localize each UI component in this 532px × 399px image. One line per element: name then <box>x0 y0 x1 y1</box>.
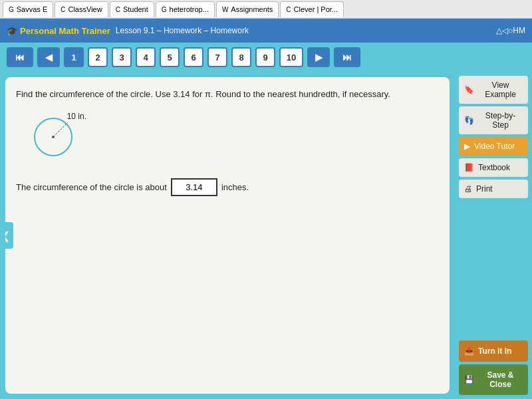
page-7-button[interactable]: 7 <box>207 47 227 67</box>
textbook-icon: 📕 <box>464 163 474 172</box>
clever-icon: C <box>286 6 291 13</box>
right-panel: 🔖 View Example 👣 Step-by-Step ▶ Video Tu… <box>455 72 532 399</box>
tab-heterotrop[interactable]: G heterotrop... <box>156 1 215 17</box>
tab-clever[interactable]: C Clever | Por... <box>280 1 344 17</box>
textbook-button[interactable]: 📕 Textbook <box>459 158 528 177</box>
main-area: ❮ Find the circumference of the circle. … <box>0 72 532 399</box>
app-name: Personal Math Trainer <box>20 26 110 36</box>
assignments-icon: W <box>222 6 228 13</box>
question-text: Find the circumference of the circle. Us… <box>16 88 439 101</box>
logo-icon: 🎓 <box>7 26 17 36</box>
step-by-step-button[interactable]: 👣 Step-by-Step <box>459 106 528 134</box>
browser-tabs-bar: G Savvas E C ClassView C Student G heter… <box>0 0 532 19</box>
answer-input[interactable] <box>171 178 217 196</box>
tab-classview-label: ClassView <box>68 5 102 13</box>
prev-page-button[interactable]: ◀ <box>37 47 60 67</box>
circle-dimension-label: 10 in. <box>67 112 86 121</box>
page-3-button[interactable]: 3 <box>112 47 132 67</box>
page-2-button[interactable]: 2 <box>88 47 108 67</box>
turn-it-in-button[interactable]: 📤 Turn it In <box>459 340 528 362</box>
page-4-button[interactable]: 4 <box>136 47 156 67</box>
left-panel: ❮ Find the circumference of the circle. … <box>0 72 455 399</box>
page-10-button[interactable]: 10 <box>279 47 303 67</box>
page-5-button[interactable]: 5 <box>160 47 180 67</box>
print-icon: 🖨 <box>464 184 472 194</box>
print-button[interactable]: 🖨 Print <box>459 180 528 198</box>
app-logo: 🎓 Personal Math Trainer <box>7 26 110 36</box>
page-1-button[interactable]: 1 <box>64 47 84 67</box>
textbook-label: Textbook <box>478 163 510 172</box>
tab-assignments[interactable]: W Assignments <box>216 1 279 17</box>
student-icon: C <box>116 6 120 13</box>
classview-icon: C <box>61 6 65 13</box>
view-example-button[interactable]: 🔖 View Example <box>459 76 528 104</box>
step-by-step-icon: 👣 <box>464 116 474 125</box>
page-6-button[interactable]: 6 <box>184 47 203 67</box>
save-close-button[interactable]: 💾 Save & Close <box>459 364 528 395</box>
tab-savvas[interactable]: G Savvas E <box>3 1 53 17</box>
next-page-button[interactable]: ▶ <box>307 47 330 67</box>
tab-heterotrop-label: heterotrop... <box>170 5 209 13</box>
video-tutor-label: Video Tutor <box>474 142 515 151</box>
navigation-row: ⏮ ◀ 1 2 3 4 5 6 7 8 9 10 ▶ ⏭ <box>0 43 532 72</box>
circle-diagram: 10 in. <box>27 109 80 162</box>
save-close-icon: 💾 <box>464 375 474 384</box>
tab-assignments-label: Assignments <box>231 5 273 13</box>
side-collapse-button[interactable]: ❮ <box>5 222 13 249</box>
answer-suffix: inches. <box>221 182 249 192</box>
video-tutor-icon: ▶ <box>464 142 470 151</box>
tab-classview[interactable]: C ClassView <box>55 1 108 17</box>
first-page-button[interactable]: ⏮ <box>7 47 33 67</box>
content-card: ❮ Find the circumference of the circle. … <box>5 77 450 394</box>
turn-in-label: Turn it In <box>478 346 511 356</box>
bottom-buttons: 📤 Turn it In 💾 Save & Close <box>459 340 528 395</box>
answer-row: The circumference of the circle is about… <box>16 178 439 196</box>
save-close-label: Save & Close <box>478 370 523 389</box>
tab-student[interactable]: C Student <box>110 1 154 17</box>
step-by-step-label: Step-by-Step <box>478 111 523 130</box>
google-icon: G <box>9 6 14 13</box>
heterotrop-icon: G <box>162 6 167 13</box>
video-tutor-button[interactable]: ▶ Video Tutor <box>459 137 528 156</box>
view-example-icon: 🔖 <box>464 85 474 94</box>
breadcrumb: Lesson 9.1 – Homework – Homework <box>116 26 249 35</box>
header-bar: 🎓 Personal Math Trainer Lesson 9.1 – Hom… <box>0 19 532 43</box>
svg-line-2 <box>53 122 68 137</box>
tab-clever-label: Clever | Por... <box>294 5 338 13</box>
tab-savvas-label: Savvas E <box>17 5 47 13</box>
view-example-label: View Example <box>478 80 523 99</box>
turn-in-icon: 📤 <box>464 346 474 356</box>
answer-prefix: The circumference of the circle is about <box>16 182 167 192</box>
last-page-button[interactable]: ⏭ <box>334 47 360 67</box>
header-right-text: △◁○HM <box>496 26 525 35</box>
print-label: Print <box>476 184 493 194</box>
page-8-button[interactable]: 8 <box>231 47 251 67</box>
tab-student-label: Student <box>123 5 148 13</box>
page-9-button[interactable]: 9 <box>255 47 275 67</box>
